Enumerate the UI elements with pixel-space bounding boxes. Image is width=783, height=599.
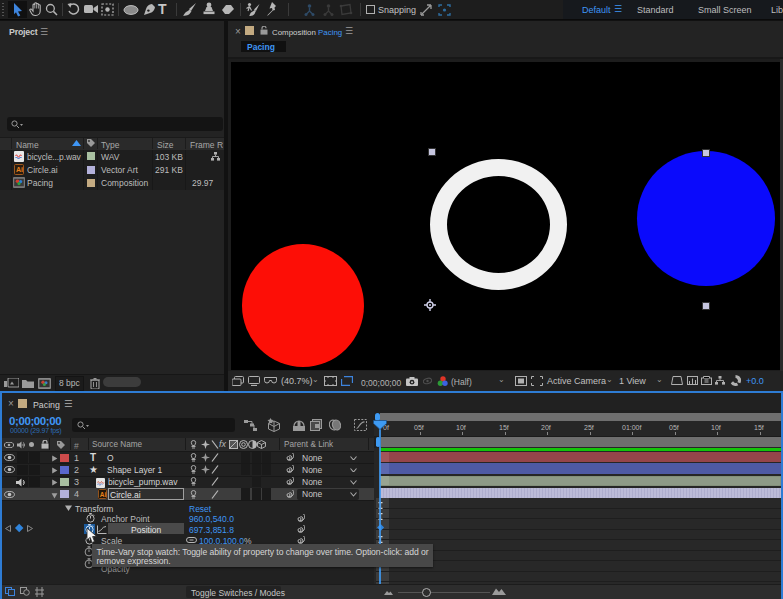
svg-text:Ai: Ai — [100, 490, 107, 497]
svg-text:Ai: Ai — [16, 166, 23, 173]
